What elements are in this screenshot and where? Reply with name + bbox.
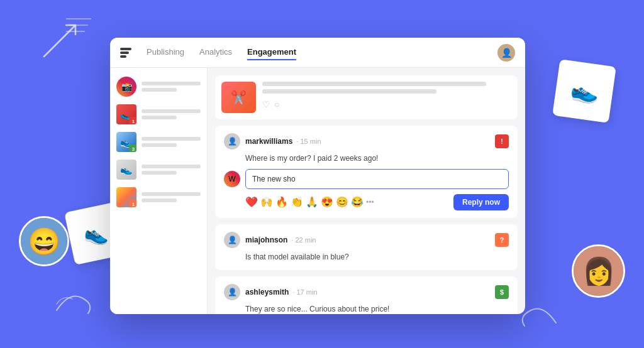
comment-header-3: 👤 ashleysmith · 17 min $ — [224, 284, 509, 300]
badge-5: 1 — [129, 200, 136, 207]
comment-text-3: They are so nice... Curious about the pr… — [245, 304, 509, 314]
user-avatar[interactable]: 👤 — [497, 44, 515, 62]
comment-time-3: · 17 min — [292, 288, 317, 296]
comment-meta-1: markwilliams · 15 min — [245, 137, 490, 146]
sidebar-item-3[interactable]: 👟 3 — [110, 128, 207, 156]
comment-icon: ○ — [274, 99, 279, 109]
comment-username-3: ashleysmith — [245, 288, 289, 296]
comment-card-miajohnson: 👤 miajohnson · 22 min ? Is that model av… — [215, 224, 518, 270]
heart-icon: ♡ — [262, 99, 270, 109]
comment-avatar-1: 👤 — [224, 133, 240, 150]
tilt-card-right: 👟 — [552, 59, 616, 123]
comment-header-2: 👤 miajohnson · 22 min ? — [224, 232, 509, 248]
sidebar-item-1[interactable]: 📸 — [110, 73, 207, 101]
emoji-pray[interactable]: 🙏 — [306, 196, 318, 208]
platform-icon-instagram: 📸 — [116, 77, 136, 97]
comment-avatar-3: 👤 — [224, 284, 240, 300]
emoji-hands[interactable]: 👏 — [291, 196, 303, 208]
comment-text-2: Is that model available in blue? — [245, 252, 509, 263]
lines-decoration — [66, 16, 97, 41]
reply-avatar: W — [224, 171, 240, 187]
comment-badge-1: ! — [495, 134, 509, 148]
comment-meta-3: ashleysmith · 17 min — [245, 288, 490, 296]
emoji-fire[interactable]: 🔥 — [275, 196, 288, 208]
thumb-5: 1 — [116, 187, 136, 207]
comment-card-ashleysmith: 👤 ashleysmith · 17 min $ They are so nic… — [215, 276, 518, 314]
comment-username-1: markwilliams — [245, 137, 292, 146]
emoji-eyes[interactable]: 😍 — [321, 196, 333, 208]
reply-input[interactable] — [245, 169, 509, 189]
logo-layer-3 — [120, 55, 126, 58]
comment-meta-2: miajohnson · 22 min — [245, 236, 490, 244]
post-actions: ♡ ○ — [262, 99, 511, 109]
sidebar-line-short — [142, 88, 177, 92]
logo — [120, 48, 131, 58]
avatar-person-right: 👩 — [572, 244, 625, 298]
avatar-person-left: 😄 — [19, 216, 69, 266]
emoji-more-button[interactable]: ••• — [366, 198, 374, 207]
thumb-3: 👟 3 — [116, 132, 136, 152]
comment-badge-2: ? — [495, 233, 509, 247]
post-preview-card: ✂️ ♡ ○ — [215, 75, 518, 119]
emoji-smile[interactable]: 😊 — [336, 196, 348, 208]
logo-layer-1 — [120, 48, 131, 50]
comment-header-1: 👤 markwilliams · 15 min ! — [224, 133, 509, 150]
comment-time-2: · 22 min — [291, 236, 316, 244]
app-body: 📸 🥿 1 👟 — [110, 68, 525, 314]
comment-text-1: Where is my order? I paid 2 weeks ago! — [245, 153, 509, 164]
swirl-left-decoration — [50, 279, 101, 317]
sidebar-lines-4 — [142, 165, 201, 175]
thumb-4: 👟 — [116, 160, 136, 180]
nav-tabs: Publishing Analytics Engagement — [147, 45, 497, 60]
emoji-laugh[interactable]: 😂 — [351, 196, 364, 208]
main-content: ✂️ ♡ ○ 👤 markwilliams · 15 min — [208, 68, 525, 314]
app-window: Publishing Analytics Engagement 👤 📸 — [110, 38, 525, 314]
comment-card-markwilliams: 👤 markwilliams · 15 min ! Where is my or… — [215, 126, 518, 218]
emoji-row: ❤️ 🙌 🔥 👏 🙏 😍 😊 😂 ••• Reply now — [224, 194, 509, 210]
post-image: ✂️ — [221, 82, 256, 113]
sidebar-item-5[interactable]: 1 — [110, 183, 207, 211]
sidebar-item-4[interactable]: 👟 — [110, 156, 207, 183]
comment-avatar-2: 👤 — [224, 232, 240, 248]
comment-time-1: · 15 min — [296, 138, 321, 145]
tab-publishing[interactable]: Publishing — [147, 45, 184, 60]
sidebar-lines-5 — [142, 192, 201, 202]
sidebar-item-2[interactable]: 🥿 1 — [110, 101, 207, 128]
emoji-heart[interactable]: ❤️ — [245, 196, 258, 208]
comment-badge-3: $ — [495, 285, 509, 299]
sidebar-lines-3 — [142, 137, 201, 147]
reply-area-1: W — [224, 169, 509, 189]
app-nav: Publishing Analytics Engagement 👤 — [110, 38, 525, 68]
tab-engagement[interactable]: Engagement — [247, 45, 296, 60]
sidebar: 📸 🥿 1 👟 — [110, 68, 208, 314]
badge-2: 1 — [129, 117, 136, 124]
tab-analytics[interactable]: Analytics — [199, 45, 232, 60]
badge-3: 3 — [129, 144, 136, 152]
sidebar-lines-2 — [142, 109, 201, 119]
post-lines: ♡ ○ — [262, 82, 511, 109]
sidebar-line-long — [142, 82, 201, 85]
comment-username-2: miajohnson — [245, 236, 287, 244]
emoji-clap[interactable]: 🙌 — [260, 196, 273, 208]
thumb-2: 🥿 1 — [116, 104, 136, 124]
logo-layer-2 — [120, 52, 129, 54]
reply-now-button[interactable]: Reply now — [453, 194, 509, 210]
sidebar-lines-1 — [142, 82, 201, 92]
